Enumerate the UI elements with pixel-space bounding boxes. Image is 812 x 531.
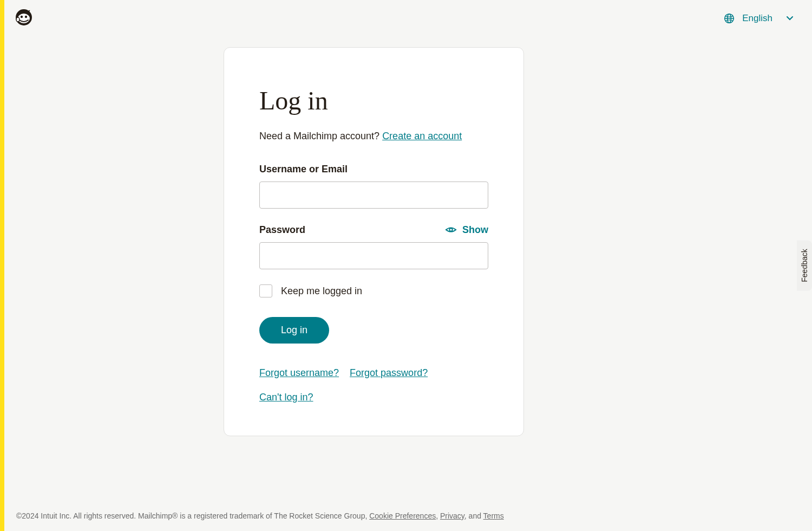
forgot-username-link[interactable]: Forgot username? — [259, 367, 339, 379]
mailchimp-logo-icon — [13, 5, 35, 27]
login-card: Log in Need a Mailchimp account? Create … — [224, 47, 524, 436]
forgot-password-link[interactable]: Forgot password? — [350, 367, 428, 379]
footer-sep1: , — [436, 511, 440, 520]
keep-logged-in-checkbox[interactable] — [259, 284, 272, 297]
signup-prompt: Need a Mailchimp account? Create an acco… — [259, 131, 488, 142]
chevron-down-icon — [787, 16, 793, 21]
keep-logged-in-row: Keep me logged in — [259, 284, 488, 297]
accent-left-bar — [0, 0, 4, 531]
feedback-tab[interactable]: Feedback — [797, 240, 812, 290]
signup-prompt-text: Need a Mailchimp account? — [259, 131, 382, 141]
svg-point-2 — [21, 16, 23, 18]
username-input[interactable] — [259, 182, 488, 209]
eye-icon — [445, 224, 457, 236]
recovery-links: Forgot username? Forgot password? — [259, 367, 488, 379]
password-input[interactable] — [259, 242, 488, 269]
login-button[interactable]: Log in — [259, 317, 329, 344]
create-account-link[interactable]: Create an account — [382, 131, 462, 141]
svg-point-3 — [25, 16, 27, 18]
keep-logged-in-label: Keep me logged in — [281, 286, 362, 297]
svg-point-4 — [16, 17, 19, 22]
language-label: English — [742, 13, 772, 24]
page-title: Log in — [259, 86, 488, 115]
copyright-text: ©2024 Intuit Inc. All rights reserved. M… — [16, 511, 369, 520]
password-label: Password — [259, 224, 305, 236]
globe-icon — [724, 13, 735, 24]
footer: ©2024 Intuit Inc. All rights reserved. M… — [16, 511, 796, 520]
show-password-label: Show — [462, 224, 488, 236]
username-group: Username or Email — [259, 164, 488, 209]
username-label: Username or Email — [259, 164, 348, 175]
mailchimp-logo[interactable] — [13, 5, 35, 27]
cant-login-link[interactable]: Can't log in? — [259, 392, 313, 403]
language-selector[interactable]: English — [724, 13, 793, 24]
show-password-toggle[interactable]: Show — [445, 224, 488, 236]
privacy-link[interactable]: Privacy — [440, 511, 464, 520]
svg-point-8 — [449, 228, 453, 231]
password-group: Password Show — [259, 224, 488, 269]
terms-link[interactable]: Terms — [483, 511, 504, 520]
footer-sep2: , and — [464, 511, 483, 520]
cookie-preferences-link[interactable]: Cookie Preferences — [369, 511, 436, 520]
